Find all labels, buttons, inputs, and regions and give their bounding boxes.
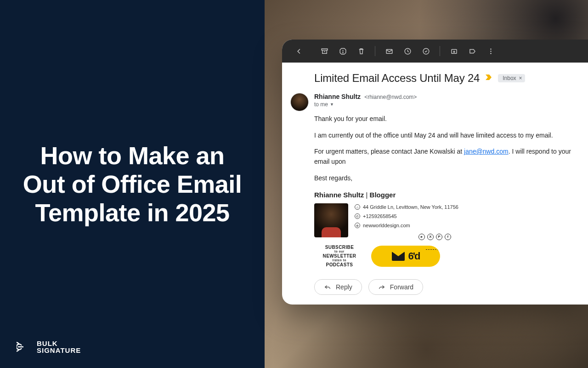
brand-lockup: BULK SIGNATURE (17, 339, 81, 354)
email-body: Thank you for your email. I am currently… (314, 114, 588, 295)
forward-label: Forward (390, 283, 413, 291)
hero-panel: How to Make an Out of Office Email Templ… (0, 0, 265, 368)
globe-icon: ⊕ (355, 223, 360, 228)
x-icon[interactable]: X (427, 234, 434, 240)
more-icon[interactable] (482, 43, 499, 59)
signature-phone: +12592658545 (363, 213, 397, 220)
body-p2: I am currently out of the office until M… (314, 131, 584, 141)
signature-details: ⌂44 Griddle Ln, Levittown, New York, 117… (355, 203, 458, 240)
snooze-icon[interactable] (399, 43, 416, 59)
recipient-dropdown[interactable]: to me ▼ (314, 101, 588, 108)
delete-icon[interactable] (353, 43, 369, 59)
move-to-icon[interactable] (446, 43, 462, 59)
envelope-icon (392, 252, 405, 261)
chevron-down-icon: ▼ (330, 102, 334, 107)
forward-button[interactable]: Forward (368, 279, 423, 295)
email-window: Limited Email Access Until May 24 Inbox … (282, 40, 588, 305)
mark-unread-icon[interactable] (381, 43, 397, 59)
important-marker-icon[interactable] (485, 74, 492, 82)
pinterest-icon[interactable]: P (436, 234, 442, 240)
phone-icon: ✆ (355, 213, 360, 219)
email-toolbar (282, 40, 588, 63)
body-p3: For urgent matters, please contact Jane … (314, 147, 584, 167)
location-icon: ⌂ (355, 204, 360, 210)
sender-avatar[interactable] (290, 93, 309, 111)
add-task-icon[interactable] (418, 43, 434, 59)
banner-graphic[interactable]: 6'd (371, 246, 440, 267)
contact-email-link[interactable]: jane@nwd.com (464, 148, 509, 155)
body-p1: Thank you for your email. (314, 114, 584, 124)
signature-socials: ▸ X P f (418, 234, 458, 240)
inbox-chip-label: Inbox (503, 75, 516, 81)
to-label: to me (314, 101, 328, 108)
facebook-icon[interactable]: f (445, 234, 451, 240)
archive-icon[interactable] (316, 43, 333, 59)
reply-label: Reply (336, 283, 352, 291)
sender-email: <rhianne@nwd.com> (364, 94, 417, 100)
body-closing: Best regards, (314, 173, 584, 184)
svg-point-11 (490, 52, 492, 54)
close-icon[interactable]: × (519, 75, 522, 81)
back-icon[interactable] (290, 43, 307, 59)
signature-address: 44 Griddle Ln, Levittown, New York, 1175… (363, 203, 458, 211)
label-icon[interactable] (464, 43, 481, 59)
svg-point-4 (342, 52, 343, 53)
signature-banner: SUBSCRIBE to our NEWSLETTER listen to PO… (314, 245, 584, 267)
banner-text-block[interactable]: SUBSCRIBE to our NEWSLETTER listen to PO… (314, 245, 365, 267)
brand-line1: BULK (37, 340, 81, 347)
inbox-chip[interactable]: Inbox × (498, 74, 525, 82)
svg-point-9 (490, 48, 492, 50)
svg-point-10 (490, 51, 492, 52)
reply-button[interactable]: Reply (314, 279, 362, 295)
email-subject: Limited Email Access Until May 24 (314, 72, 480, 85)
sender-name[interactable]: Rhianne Shultz (314, 93, 361, 100)
signature-name-line: Rhianne Shultz | Blogger (314, 190, 584, 200)
glasses-icon: 6'd (408, 248, 420, 264)
spam-icon[interactable] (334, 43, 351, 59)
hero-headline: How to Make an Out of Office Email Templ… (22, 141, 243, 227)
brand-logo-icon (17, 339, 31, 354)
brand-line2: SIGNATURE (37, 347, 81, 354)
signature-photo (314, 203, 348, 237)
signature-website[interactable]: newworlddesign.com (363, 222, 410, 230)
svg-rect-1 (322, 48, 328, 50)
youtube-icon[interactable]: ▸ (418, 234, 425, 240)
